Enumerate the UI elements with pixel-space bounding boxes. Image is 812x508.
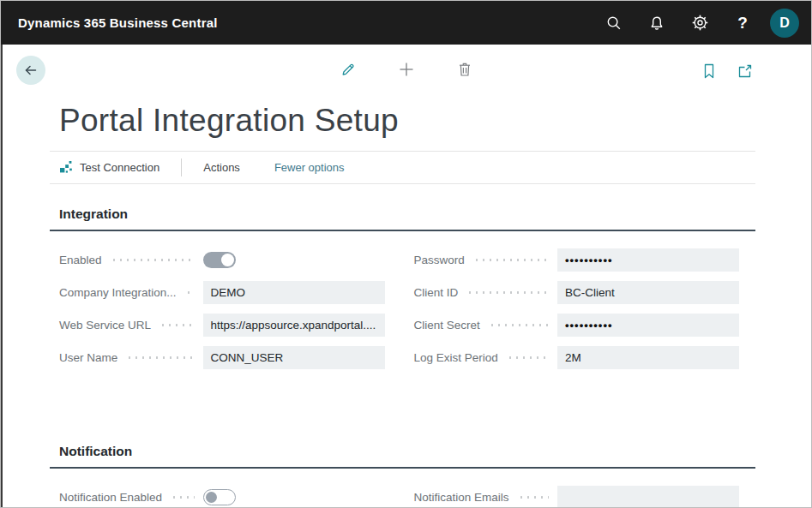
fewer-options-button[interactable]: Fewer options	[274, 161, 345, 174]
field-row-web-service-url: Web Service URL https://appsource.xpandp…	[59, 308, 385, 341]
test-connection-button[interactable]: Test Connection	[59, 160, 159, 175]
dotted-leader	[466, 291, 549, 294]
user-avatar[interactable]: D	[770, 9, 799, 38]
notification-enabled-label: Notification Enabled	[59, 491, 162, 504]
app-header-actions: ? D	[598, 8, 799, 39]
actions-menu-button[interactable]: Actions	[203, 161, 240, 174]
field-row-password: Password ••••••••••	[414, 243, 740, 276]
avatar-initial: D	[779, 15, 790, 31]
notifications-icon[interactable]	[641, 8, 672, 39]
dotted-leader	[126, 356, 194, 359]
dotted-leader	[185, 291, 195, 294]
test-connection-icon	[59, 160, 74, 175]
field-row-notification-enabled: Notification Enabled	[59, 481, 385, 508]
client-secret-input[interactable]: ••••••••••	[557, 314, 739, 337]
integration-section: Integration Enabled Company Integration.…	[50, 201, 755, 374]
web-service-url-input[interactable]: https://appsource.xpandportal....	[203, 314, 385, 337]
company-integration-label: Company Integration...	[59, 286, 177, 299]
notification-right-column: Notification Emails	[414, 481, 740, 508]
log-exist-period-input[interactable]: 2M	[557, 346, 739, 369]
add-icon[interactable]	[397, 60, 416, 79]
enabled-toggle[interactable]	[203, 252, 236, 268]
field-row-user-name: User Name CONN_USER	[59, 341, 385, 374]
notification-emails-label: Notification Emails	[414, 491, 509, 504]
notification-left-column: Notification Enabled	[59, 481, 385, 508]
delete-icon[interactable]	[455, 60, 474, 79]
test-connection-label: Test Connection	[80, 161, 159, 174]
integration-section-title[interactable]: Integration	[50, 201, 755, 231]
window-left-edge	[1, 1, 3, 507]
integration-left-column: Enabled Company Integration... DEMO Web …	[59, 243, 385, 374]
page-title: Portal Integration Setup	[59, 103, 811, 139]
section-spacer	[1, 374, 811, 439]
integration-fields: Enabled Company Integration... DEMO Web …	[50, 231, 739, 374]
dotted-leader	[171, 496, 194, 499]
user-name-label: User Name	[59, 351, 117, 364]
notification-enabled-toggle[interactable]	[203, 489, 236, 505]
field-row-client-id: Client ID BC-Client	[414, 276, 740, 308]
log-exist-period-label: Log Exist Period	[414, 351, 498, 364]
record-actions	[1, 60, 811, 79]
dotted-leader	[111, 259, 195, 261]
page-view-actions	[700, 62, 755, 81]
dotted-leader	[489, 324, 549, 326]
field-row-log-exist-period: Log Exist Period 2M	[414, 341, 740, 374]
actions-label: Actions	[203, 161, 240, 174]
action-bar-divider	[181, 158, 182, 176]
edit-icon[interactable]	[339, 60, 358, 79]
notification-section: Notification Notification Enabled Notifi…	[50, 439, 755, 508]
dotted-leader	[518, 496, 549, 499]
help-icon[interactable]: ?	[727, 8, 758, 39]
client-id-label: Client ID	[414, 286, 459, 299]
password-label: Password	[414, 254, 465, 266]
notification-emails-input[interactable]	[557, 486, 739, 508]
page-toolbar	[1, 45, 811, 96]
password-input[interactable]: ••••••••••	[557, 248, 739, 272]
integration-right-column: Password •••••••••• Client ID BC-Client …	[414, 243, 740, 374]
action-bar: Test Connection Actions Fewer options	[50, 151, 755, 184]
app-title: Dynamics 365 Business Central	[18, 15, 218, 30]
dotted-leader	[507, 356, 549, 359]
notification-fields: Notification Enabled Notification Emails	[50, 469, 739, 508]
field-row-client-secret: Client Secret ••••••••••	[414, 308, 740, 341]
notification-section-title[interactable]: Notification	[50, 439, 755, 469]
client-secret-label: Client Secret	[414, 319, 480, 332]
field-row-notification-emails: Notification Emails	[414, 481, 740, 508]
field-row-enabled: Enabled	[59, 243, 385, 276]
dotted-leader	[159, 324, 194, 326]
dotted-leader	[473, 259, 549, 261]
web-service-url-label: Web Service URL	[59, 319, 151, 332]
search-icon[interactable]	[598, 8, 629, 39]
company-integration-input[interactable]: DEMO	[203, 281, 385, 304]
user-name-input[interactable]: CONN_USER	[203, 346, 385, 369]
client-id-input[interactable]: BC-Client	[557, 281, 739, 304]
enabled-label: Enabled	[59, 254, 102, 266]
field-row-company-integration: Company Integration... DEMO	[59, 276, 385, 308]
settings-icon[interactable]	[684, 8, 715, 39]
app-header: Dynamics 365 Business Central	[1, 1, 811, 45]
bookmark-icon[interactable]	[700, 62, 719, 81]
open-in-window-icon[interactable]	[736, 62, 755, 81]
